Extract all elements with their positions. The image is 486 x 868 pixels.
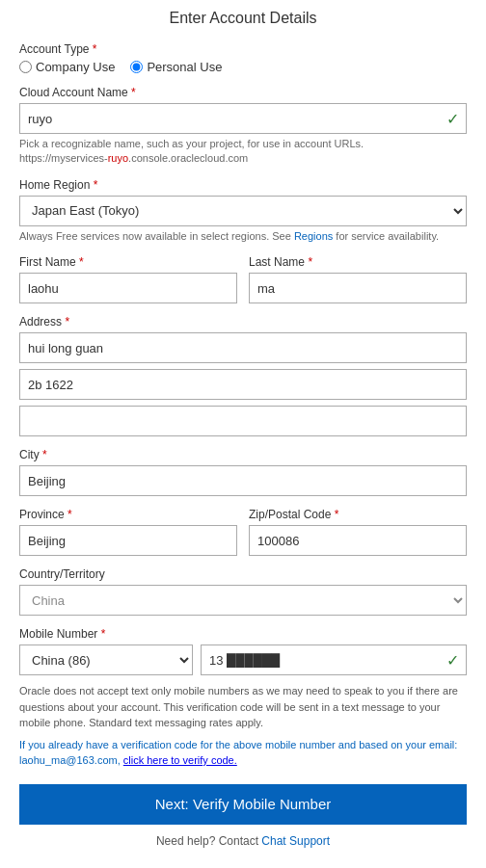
- last-name-input[interactable]: [249, 273, 467, 303]
- country-select[interactable]: China United States Japan United Kingdom: [19, 585, 467, 616]
- cloud-account-name-group: Cloud Account Name * ✓ Pick a recognizab…: [19, 86, 467, 167]
- company-use-option[interactable]: Company Use: [19, 60, 115, 74]
- cloud-account-name-hint: Pick a recognizable name, such as your p…: [19, 137, 467, 167]
- city-group: City *: [19, 448, 467, 496]
- mobile-number-wrapper: ✓: [201, 644, 467, 675]
- home-region-select[interactable]: Japan East (Tokyo) US East (Ashburn) US …: [19, 196, 467, 226]
- oracle-notice: Oracle does not accept text only mobile …: [19, 683, 467, 731]
- account-type-radio-group: Company Use Personal Use: [19, 60, 467, 74]
- home-region-hint: Always Free services now available in se…: [19, 229, 467, 244]
- mobile-check-icon: ✓: [446, 651, 459, 670]
- first-name-input[interactable]: [19, 273, 237, 303]
- country-group: Country/Territory China United States Ja…: [19, 567, 467, 616]
- verify-code-link[interactable]: click here to verify code.: [123, 754, 237, 766]
- zip-label: Zip/Postal Code *: [249, 508, 467, 521]
- first-name-group: First Name *: [19, 255, 237, 303]
- company-use-label: Company Use: [36, 60, 115, 74]
- account-type-group: Account Type * Company Use Personal Use: [19, 42, 467, 74]
- province-label: Province *: [19, 508, 237, 521]
- cloud-account-name-input[interactable]: [19, 103, 467, 134]
- address-line1-input[interactable]: [19, 332, 467, 363]
- address-line2-input[interactable]: [19, 369, 467, 400]
- cloud-account-name-check-icon: ✓: [446, 110, 459, 128]
- home-region-label: Home Region *: [19, 178, 467, 192]
- next-button[interactable]: Next: Verify Mobile Number: [19, 784, 467, 825]
- mobile-number-input-wrapper: ✓: [201, 644, 467, 675]
- address-line3-input[interactable]: [19, 406, 467, 436]
- mobile-row: China (86) United States (1) Japan (81) …: [19, 644, 467, 675]
- mobile-country-wrapper: China (86) United States (1) Japan (81) …: [19, 644, 193, 675]
- address-group: Address *: [19, 315, 467, 436]
- province-group: Province *: [19, 508, 237, 556]
- address-label: Address *: [19, 315, 467, 329]
- zip-group: Zip/Postal Code *: [249, 508, 467, 556]
- first-name-label: First Name *: [19, 255, 237, 269]
- province-input[interactable]: [19, 525, 237, 556]
- page-title: Enter Account Details: [19, 10, 467, 27]
- footer-help: Need help? Contact Chat Support: [19, 834, 467, 848]
- mobile-label: Mobile Number *: [19, 627, 467, 641]
- personal-use-label: Personal Use: [147, 60, 222, 74]
- zip-input[interactable]: [249, 525, 467, 556]
- mobile-number-input[interactable]: [201, 644, 467, 675]
- company-use-radio[interactable]: [19, 61, 32, 73]
- home-region-group: Home Region * Japan East (Tokyo) US East…: [19, 178, 467, 244]
- mobile-group: Mobile Number * China (86) United States…: [19, 627, 467, 769]
- last-name-group: Last Name *: [249, 255, 467, 303]
- personal-use-option[interactable]: Personal Use: [130, 60, 222, 74]
- last-name-label: Last Name *: [249, 255, 467, 269]
- cloud-account-name-label: Cloud Account Name *: [19, 86, 467, 99]
- chat-support-link[interactable]: Chat Support: [261, 834, 330, 848]
- cloud-account-name-input-wrapper: ✓: [19, 103, 467, 134]
- name-row: First Name * Last Name *: [19, 255, 467, 315]
- country-label: Country/Territory: [19, 567, 467, 581]
- city-input[interactable]: [19, 465, 467, 496]
- account-type-label: Account Type *: [19, 42, 467, 56]
- personal-use-radio[interactable]: [130, 61, 143, 73]
- city-label: City *: [19, 448, 467, 461]
- province-zip-row: Province * Zip/Postal Code *: [19, 508, 467, 567]
- verification-notice: If you already have a verification code …: [19, 737, 467, 769]
- regions-link[interactable]: Regions: [294, 230, 333, 242]
- mobile-country-select[interactable]: China (86) United States (1) Japan (81) …: [19, 644, 193, 675]
